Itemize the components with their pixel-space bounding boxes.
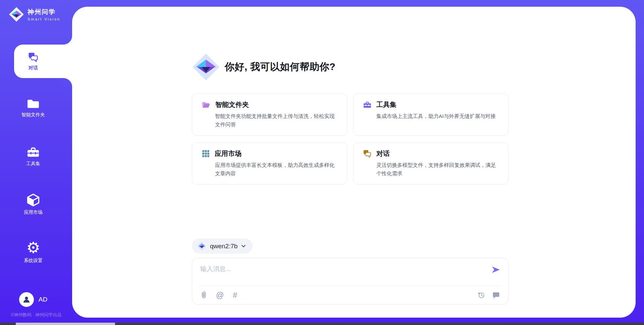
send-button[interactable] [491, 265, 501, 275]
chat-bubble-icon [492, 291, 500, 299]
message-composer: @ # [192, 258, 508, 305]
card-smart-folder[interactable]: 智能文件夹 智能文件夹功能支持批量文件上传与清洗，轻松实现文件问答 [192, 93, 347, 136]
card-toolset[interactable]: 工具集 集成市场上主流工具，助力AI与外界无缝扩展与对接 [353, 93, 508, 136]
composer-toolbar: @ # [192, 286, 508, 304]
sidebar-item-label: 对话 [29, 65, 38, 71]
attach-file-button[interactable] [200, 291, 207, 300]
card-description: 智能文件夹功能支持批量文件上传与清洗，轻松实现文件问答 [215, 112, 338, 129]
feature-cards: 智能文件夹 智能文件夹功能支持批量文件上传与清洗，轻松实现文件问答 工具集 集成… [192, 93, 508, 185]
sidebar-item-label: 工具集 [26, 161, 40, 167]
message-input[interactable] [200, 265, 482, 285]
card-title: 应用市场 [215, 149, 241, 158]
hash-icon[interactable]: # [233, 291, 237, 299]
sidebar-item-label: 智能文件夹 [21, 112, 45, 118]
paperclip-icon [200, 291, 207, 300]
user-name: AD [39, 296, 47, 303]
sidebar-item-toolset[interactable]: 工具集 [0, 146, 66, 167]
brand-subtitle: Smart Vision [28, 17, 60, 21]
greeting-title: 你好, 我可以如何帮助你? [225, 60, 335, 74]
card-description: 集成市场上主流工具，助力AI与外界无缝扩展与对接 [376, 112, 499, 120]
card-title: 工具集 [376, 100, 396, 109]
history-icon [477, 291, 485, 299]
mention-icon[interactable]: @ [216, 291, 224, 299]
card-chat[interactable]: 对话 灵活切换多模型文件，支持多样回复效果调试，满足个性化需求 [353, 142, 508, 185]
card-description: 应用市场提供丰富长文本模板，助力高效生成多样化文章内容 [215, 161, 338, 178]
chevron-down-icon [241, 245, 246, 248]
greeting-row: 你好, 我可以如何帮助你? [192, 53, 335, 81]
app-logo: 神州问学 Smart Vision [9, 7, 60, 22]
gear-icon: ⚙ [26, 240, 40, 255]
card-title: 对话 [376, 149, 390, 158]
toolbox-icon [363, 101, 372, 109]
sidebar-item-chat[interactable]: 对话 [14, 45, 72, 78]
chat-icon [363, 149, 372, 158]
tab-fillet-top [63, 36, 72, 45]
copyright-footer: ©神州数码 · 神州问学出品 [1, 312, 72, 318]
card-app-market[interactable]: 应用市场 应用市场提供丰富长文本模板，助力高效生成多样化文章内容 [192, 142, 347, 185]
diamond-logo-icon [197, 242, 206, 251]
user-account[interactable]: AD [0, 292, 66, 307]
sidebar-item-smart-folder[interactable]: 智能文件夹 [0, 98, 66, 118]
feedback-button[interactable] [492, 291, 500, 299]
sidebar-item-label: 系统设置 [24, 258, 43, 264]
folder-icon [26, 98, 40, 110]
history-button[interactable] [477, 291, 485, 299]
sidebar-item-app-market[interactable]: 应用市场 [0, 193, 66, 215]
card-title: 智能文件夹 [215, 100, 249, 109]
diamond-logo-icon [192, 53, 220, 81]
grid-icon [202, 149, 210, 158]
cube-icon [26, 193, 40, 207]
toolbox-icon [26, 146, 40, 158]
send-icon [491, 265, 501, 275]
model-selector[interactable]: qwen2:7b [192, 239, 253, 254]
sidebar-item-label: 应用市场 [24, 209, 43, 215]
tab-fillet-bottom [63, 78, 72, 87]
scrollbar-thumb[interactable] [16, 323, 115, 325]
diamond-logo-icon [9, 7, 24, 22]
folder-open-icon [202, 101, 211, 109]
chat-icon [28, 52, 39, 63]
card-description: 灵活切换多模型文件，支持多样回复效果调试，满足个性化需求 [376, 161, 499, 178]
person-icon [22, 295, 31, 304]
model-name: qwen2:7b [210, 243, 237, 250]
avatar [19, 292, 34, 307]
horizontal-scrollbar[interactable] [0, 323, 644, 325]
main-canvas: 你好, 我可以如何帮助你? 智能文件夹 智能文件夹功能支持批量文件上传与清洗，轻… [72, 7, 636, 318]
sidebar-item-settings[interactable]: ⚙ 系统设置 [0, 240, 66, 264]
brand-title: 神州问学 [28, 8, 60, 16]
